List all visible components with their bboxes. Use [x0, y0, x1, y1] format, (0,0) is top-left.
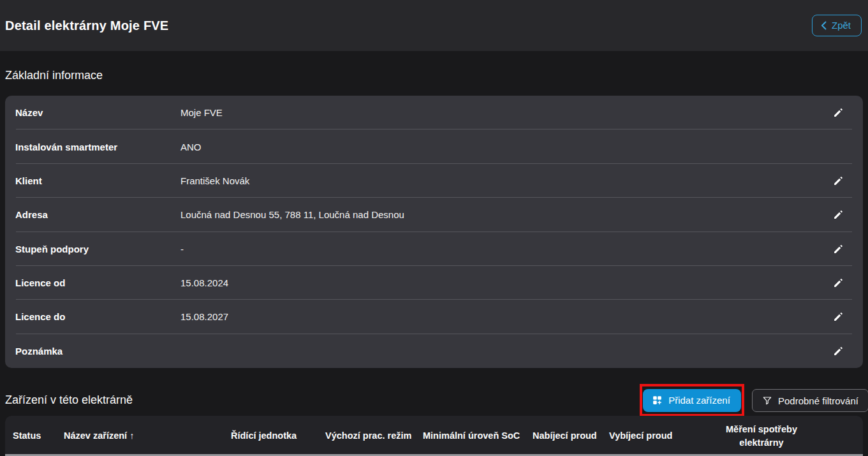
top-bar: Detail elektrárny Moje FVE Zpět — [0, 0, 868, 51]
info-row-nazev: Název Moje FVE — [5, 96, 863, 129]
info-value: Moje FVE — [180, 107, 830, 118]
info-row-licence-od: Licence od 15.08.2024 — [5, 266, 863, 300]
info-label: Stupeň podpory — [15, 244, 180, 254]
chevron-left-icon — [821, 21, 827, 30]
annotation-highlight: Přidat zařízení — [640, 384, 744, 416]
add-device-button-label: Přidat zařízení — [668, 395, 730, 406]
edit-icon[interactable] — [830, 172, 846, 189]
filter-button-label: Podrobné filtrování — [778, 395, 858, 406]
info-value: - — [180, 244, 830, 254]
column-header-discharge-current: Vybíjecí proud — [609, 429, 708, 442]
filter-button[interactable]: Podrobné filtrování — [752, 389, 868, 412]
column-header-status: Status — [13, 429, 64, 442]
edit-icon[interactable] — [830, 309, 846, 325]
info-row-smartmeter: Instalován smartmeter ANO — [5, 129, 863, 163]
info-value: ANO — [180, 142, 853, 152]
basic-info-card: Název Moje FVE Instalován smartmeter ANO… — [5, 96, 863, 368]
devices-table: Status Název zařízení ↑ Řídící jednotka … — [5, 416, 863, 456]
info-label: Licence od — [15, 277, 180, 288]
info-row-poznamka: Poznámka — [5, 334, 863, 368]
edit-icon[interactable] — [830, 105, 846, 121]
column-header-charge-current: Nabíjecí proud — [533, 429, 609, 442]
section-heading-basic-info: Základní informace — [5, 69, 103, 82]
info-value: 15.08.2027 — [180, 311, 830, 322]
column-header-consumption-metering: Měření spotřeby elektrárny — [708, 423, 823, 449]
info-label: Klient — [15, 175, 180, 186]
add-widget-icon — [652, 395, 663, 406]
info-label: Poznámka — [15, 346, 180, 357]
section-heading-devices: Zařízení v této elektrárně — [5, 393, 133, 407]
info-label: Instalován smartmeter — [15, 142, 180, 152]
info-value: Loučná nad Desnou 55, 788 11, Loučná nad… — [180, 209, 830, 220]
info-value: 15.08.2024 — [180, 277, 830, 288]
edit-icon[interactable] — [830, 207, 846, 223]
page-title: Detail elektrárny Moje FVE — [5, 18, 168, 33]
info-row-licence-do: Licence do 15.08.2027 — [5, 300, 863, 334]
back-button-label: Zpět — [832, 20, 851, 31]
devices-table-header: Status Název zařízení ↑ Řídící jednotka … — [5, 416, 863, 456]
info-label: Název — [15, 107, 180, 118]
column-header-min-soc: Minimální úroveň SoC — [423, 429, 533, 442]
sort-ascending-icon: ↑ — [129, 430, 134, 441]
info-row-adresa: Adresa Loučná nad Desnou 55, 788 11, Lou… — [5, 198, 863, 232]
info-value: František Novák — [180, 175, 830, 186]
funnel-icon — [762, 395, 772, 406]
info-row-klient: Klient František Novák — [5, 164, 863, 198]
info-label: Licence do — [15, 311, 180, 322]
info-row-stupen-podpory: Stupeň podpory - — [5, 232, 863, 266]
back-button[interactable]: Zpět — [812, 15, 862, 36]
column-header-default-mode: Výchozí prac. režim — [325, 429, 423, 442]
column-header-device-name[interactable]: Název zařízení ↑ — [64, 429, 231, 442]
edit-icon[interactable] — [830, 275, 846, 291]
edit-icon[interactable] — [830, 342, 846, 359]
info-label: Adresa — [15, 209, 180, 220]
add-device-button[interactable]: Přidat zařízení — [643, 389, 741, 412]
column-header-control-unit: Řídící jednotka — [231, 429, 325, 442]
edit-icon[interactable] — [830, 240, 846, 257]
